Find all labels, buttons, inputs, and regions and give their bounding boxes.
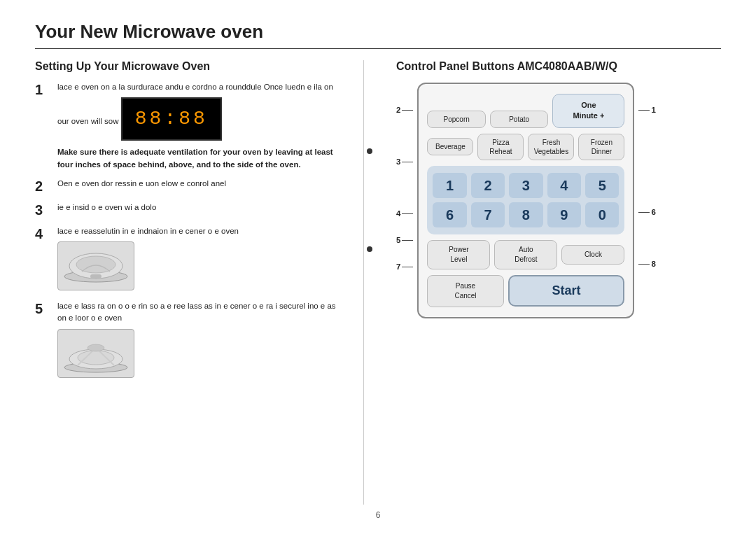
pause-cancel-button[interactable]: Pause Cancel	[427, 275, 503, 307]
microwave-display: 88:88	[121, 97, 222, 141]
step-3-number: 3	[35, 202, 52, 218]
num-6-button[interactable]: 6	[433, 202, 466, 227]
bullet-2	[367, 246, 372, 252]
plate-illustration-1	[61, 245, 131, 287]
num-0-button[interactable]: 0	[585, 202, 619, 227]
step-2-number: 2	[35, 178, 52, 195]
svg-point-6	[78, 351, 114, 365]
step-5-text: lace e lass ra on o o e rin so a e ree l…	[57, 302, 336, 322]
frozen-label: Frozen	[591, 139, 612, 146]
step-5: 5 lace e lass ra on o o e rin so a e ree…	[35, 300, 342, 381]
label-5-line	[402, 240, 413, 241]
left-column: Setting Up Your Microwave Oven 1 lace e …	[35, 60, 364, 505]
label-4-text: 4	[396, 209, 400, 218]
bullet-1	[367, 148, 372, 154]
label-6-text: 6	[651, 208, 655, 216]
frozen-dinner-button[interactable]: Frozen Dinner	[578, 134, 624, 160]
vegetables-label: Vegetables	[534, 148, 569, 155]
pizza-reheat-button[interactable]: Pizza Reheat	[477, 134, 524, 160]
svg-point-2	[76, 256, 115, 273]
label-7-text: 7	[396, 262, 400, 271]
page-title: Your New Microwave oven	[35, 21, 721, 49]
num-8-button[interactable]: 8	[509, 202, 542, 227]
panel-with-labels: 2 3 4	[396, 83, 721, 318]
label-3-line	[402, 162, 413, 162]
num-7-button[interactable]: 7	[471, 202, 505, 227]
label-4-line	[402, 213, 413, 214]
step-4-number: 4	[35, 225, 52, 242]
num-5-button[interactable]: 5	[585, 173, 619, 198]
num-2-button[interactable]: 2	[471, 173, 505, 198]
label-2-line	[402, 110, 413, 111]
right-column: Control Panel Buttons AMC4080AAB/W/Q 2 3	[375, 60, 721, 505]
label-3-text: 3	[396, 157, 400, 166]
pizza-label: Pizza	[492, 139, 509, 146]
fresh-vegetables-button[interactable]: Fresh Vegetables	[528, 134, 574, 160]
top-preset-row: Popcorn Potato One Minute +	[427, 94, 624, 128]
num-3-button[interactable]: 3	[509, 173, 542, 198]
label-3: 3	[396, 148, 414, 175]
step-5-image	[57, 329, 134, 378]
svg-rect-3	[90, 274, 102, 279]
beverage-button[interactable]: Beverage	[427, 138, 473, 155]
page: Your New Microwave oven Setting Up Your …	[0, 0, 756, 534]
label-1: 1	[637, 97, 655, 123]
pause-label: Pause	[456, 282, 475, 290]
defrost-label: Defrost	[514, 255, 537, 263]
popcorn-button[interactable]: Popcorn	[427, 111, 486, 128]
right-labels: 1 6 8	[634, 83, 655, 277]
step-2-content: Oen e oven dor ressin e uon elow e conro…	[57, 178, 342, 190]
power-level-button[interactable]: Power Level	[427, 240, 490, 269]
power-label: Power	[449, 246, 468, 253]
label-1-text: 1	[651, 106, 655, 114]
label-8-text: 8	[651, 260, 655, 268]
step-2-text: Oen e oven dor ressin e uon elow e conro…	[57, 179, 226, 188]
num-9-button[interactable]: 9	[547, 202, 581, 227]
step-4-text: lace e reasselutin in e indnaion in e ce…	[57, 227, 239, 235]
start-row: Pause Cancel Start	[427, 275, 624, 307]
gap-r3	[637, 174, 655, 199]
gap-r4	[637, 225, 655, 251]
label-5: 5	[396, 227, 414, 253]
step-5-content: lace e lass ra on o o e rin so a e ree l…	[57, 300, 342, 381]
step-2: 2 Oen e oven dor ressin e uon elow e con…	[35, 178, 342, 195]
gap-preset2	[396, 123, 414, 148]
one-minute-button[interactable]: One Minute +	[552, 94, 624, 128]
start-button[interactable]: Start	[508, 275, 625, 307]
step-3-text: ie e insid o e oven wi a dolo	[57, 203, 156, 211]
page-number: 6	[35, 510, 721, 520]
label-7-line	[402, 267, 413, 267]
level-label: Level	[450, 255, 467, 263]
step-1-content: lace e oven on a la surdurace andu e cor…	[57, 81, 342, 171]
label-8: 8	[637, 251, 655, 277]
gap-r2	[637, 148, 655, 174]
step-1-bold: Make sure there is adequate ventilation …	[57, 148, 333, 168]
label-8-line	[638, 264, 650, 265]
label-5-text: 5	[396, 236, 400, 244]
step-4-content: lace e reasselutin in e indnaion in e ce…	[57, 225, 342, 293]
label-6-line	[638, 212, 650, 213]
step-1: 1 lace e oven on a la surdurace andu e c…	[35, 81, 342, 171]
plate-illustration-2	[61, 332, 131, 374]
left-labels: 2 3 4	[396, 83, 417, 280]
step-4-image	[57, 241, 134, 290]
potato-button[interactable]: Potato	[490, 111, 549, 128]
num-1-button[interactable]: 1	[433, 173, 466, 198]
bottom-controls-row: Power Level Auto Defrost Clock	[427, 240, 624, 269]
right-section-title: Control Panel Buttons AMC4080AAB/W/Q	[396, 60, 721, 73]
step-5-number: 5	[35, 300, 52, 317]
auto-label: Auto	[519, 246, 533, 253]
label-4: 4	[396, 200, 414, 227]
step-1-number: 1	[35, 81, 52, 98]
step-4: 4 lace e reasselutin in e indnaion in e …	[35, 225, 342, 293]
one-minute-label-line2: Minute +	[573, 111, 604, 120]
clock-button[interactable]: Clock	[561, 245, 624, 265]
fresh-label: Fresh	[542, 139, 561, 146]
num-4-button[interactable]: 4	[547, 173, 581, 198]
auto-defrost-button[interactable]: Auto Defrost	[494, 240, 557, 269]
svg-point-7	[88, 344, 104, 351]
label-2: 2	[396, 97, 414, 123]
number-pad: 1 2 3 4 5 6 7 8 9 0	[427, 166, 624, 234]
control-panel: Popcorn Potato One Minute + Beverage Piz…	[417, 83, 634, 318]
dinner-label: Dinner	[592, 148, 612, 155]
